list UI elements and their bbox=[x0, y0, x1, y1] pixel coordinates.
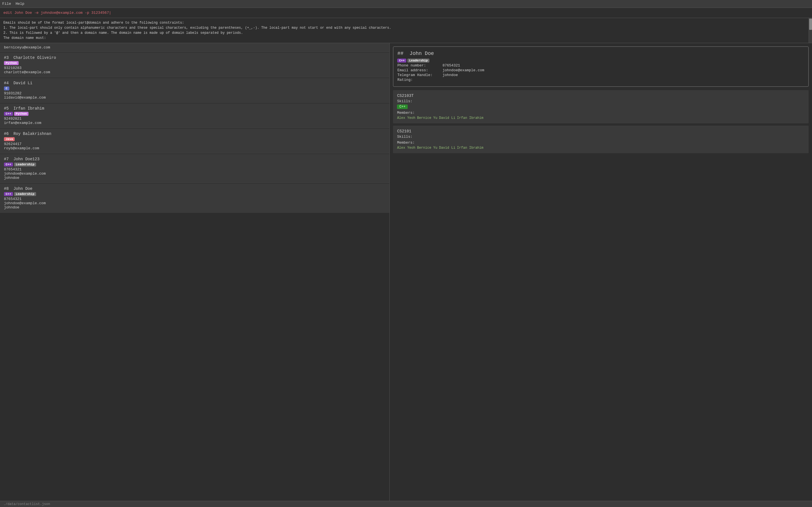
scrollbar-thumb bbox=[809, 18, 812, 30]
info-line-2: 1. The local-part should only contain al… bbox=[3, 25, 809, 31]
info-line-1: Emails should be of the format local-par… bbox=[3, 20, 809, 25]
contact-phone: 91031282 bbox=[4, 91, 386, 96]
member-bernice-yu-2[interactable]: Bernice Yu bbox=[417, 146, 437, 150]
command-bar: edit John Doe -e johndoe@example.com -p … bbox=[0, 8, 812, 18]
info-area: Emails should be of the format local-par… bbox=[0, 18, 812, 43]
rating-row: Rating: bbox=[397, 78, 804, 82]
member-david-li-2[interactable]: David Li bbox=[439, 146, 455, 150]
scrollbar[interactable] bbox=[809, 18, 812, 43]
contact-telegram: johndoe bbox=[4, 176, 386, 180]
contact-tags: C++ Leadership bbox=[4, 192, 386, 196]
person-card: ## John Doe C++ Leadership Phone number:… bbox=[393, 47, 809, 87]
contact-email: johndoe@example.com bbox=[4, 172, 386, 176]
course-members: Alex Yeoh Bernice Yu David Li Irfan Ibra… bbox=[397, 146, 805, 150]
email-row: Email address: johndoe@example.com bbox=[397, 68, 804, 72]
contact-email: royb@example.com bbox=[4, 146, 386, 151]
list-item[interactable]: #6 Roy Balakrishnan Java 92624417 royb@e… bbox=[0, 129, 389, 154]
contact-name: #7 John Doe123 bbox=[4, 157, 386, 161]
tag-python: Python bbox=[14, 112, 29, 116]
rating-label: Rating: bbox=[397, 78, 442, 82]
member-david-li[interactable]: David Li bbox=[439, 116, 455, 120]
list-item[interactable]: #3 Charlotte Oliveiro Python 93210283 ch… bbox=[0, 53, 389, 77]
person-id-hash: ## bbox=[397, 51, 403, 56]
course-skills: C++ bbox=[397, 105, 805, 109]
course-title: CS2103T bbox=[397, 94, 805, 98]
contact-email: charlotte@example.com bbox=[4, 70, 386, 74]
course-card-cs2101: CS2101 Skills: Members: Alex Yeoh Bernic… bbox=[393, 126, 809, 153]
contact-list: berniceyu@example.com #3 Charlotte Olive… bbox=[0, 43, 390, 501]
tag-java: Java bbox=[4, 137, 15, 141]
contact-email: berniceyu@example.com bbox=[4, 45, 386, 50]
status-bar: ./data/contactlist.json bbox=[0, 501, 812, 507]
course-skills-label: Skills: bbox=[397, 99, 805, 103]
contact-email: johndoe@example.com bbox=[4, 201, 386, 205]
skill-cpp: C++ bbox=[397, 105, 408, 109]
tag-leadership-detail: Leadership bbox=[407, 59, 429, 62]
member-irfan-ibrahim[interactable]: Irfan Ibrahim bbox=[457, 116, 484, 120]
list-item[interactable]: #5 Irfan Ibrahim C++ Python 92492021 irf… bbox=[0, 103, 389, 128]
tag-leadership: Leadership bbox=[14, 192, 36, 196]
info-line-4: The domain name must: bbox=[3, 36, 809, 41]
contact-name: #5 Irfan Ibrahim bbox=[4, 106, 386, 111]
contact-tags: Python bbox=[4, 61, 386, 65]
contact-phone: 87654321 bbox=[4, 167, 386, 172]
tag-cpp-detail: C++ bbox=[397, 59, 406, 62]
tag-python: Python bbox=[4, 61, 18, 65]
phone-value: 87654321 bbox=[442, 63, 460, 68]
status-path: ./data/contactlist.json bbox=[3, 502, 50, 506]
menu-file[interactable]: File bbox=[2, 2, 11, 6]
tag-c: C bbox=[4, 87, 9, 91]
course-members-label: Members: bbox=[397, 111, 805, 115]
email-label: Email address: bbox=[397, 68, 442, 72]
member-irfan-ibrahim-2[interactable]: Irfan Ibrahim bbox=[457, 146, 484, 150]
menu-bar: File Help bbox=[0, 0, 812, 8]
contact-tags: C bbox=[4, 87, 386, 91]
tag-cpp: C++ bbox=[4, 112, 13, 116]
telegram-row: Telegram Handle: johndoe bbox=[397, 73, 804, 77]
course-members: Alex Yeoh Bernice Yu David Li Irfan Ibra… bbox=[397, 116, 805, 120]
member-alex-yeoh-2[interactable]: Alex Yeoh bbox=[397, 146, 415, 150]
contact-name: #4 David Li bbox=[4, 81, 386, 86]
contact-email: lidavid@example.com bbox=[4, 96, 386, 100]
tag-cpp: C++ bbox=[4, 192, 13, 196]
member-alex-yeoh[interactable]: Alex Yeoh bbox=[397, 116, 415, 120]
command-input[interactable]: edit John Doe -e johndoe@example.com -p … bbox=[3, 11, 809, 15]
phone-row: Phone number: 87654321 bbox=[397, 63, 804, 68]
contact-tags: C++ Python bbox=[4, 112, 386, 116]
course-skills-label: Skills: bbox=[397, 135, 805, 139]
info-line-3: 2. This is followed by a '@' and then a … bbox=[3, 31, 809, 36]
contact-phone: 87654321 bbox=[4, 197, 386, 201]
contact-phone: 92492021 bbox=[4, 117, 386, 121]
contact-name: #6 Roy Balakrishnan bbox=[4, 131, 386, 136]
contact-phone: 93210283 bbox=[4, 66, 386, 70]
tag-leadership: Leadership bbox=[14, 163, 36, 166]
list-item[interactable]: #7 John Doe123 C++ Leadership 87654321 j… bbox=[0, 154, 389, 183]
contact-email: irfan@example.com bbox=[4, 121, 386, 125]
contact-tags: Java bbox=[4, 137, 386, 141]
list-item[interactable]: berniceyu@example.com bbox=[0, 43, 389, 52]
course-card-cs2103t: CS2103T Skills: C++ Members: Alex Yeoh B… bbox=[393, 90, 809, 123]
course-title: CS2101 bbox=[397, 129, 805, 133]
list-item[interactable]: #8 John Doe C++ Leadership 87654321 john… bbox=[0, 184, 389, 213]
contact-name: #3 Charlotte Oliveiro bbox=[4, 55, 386, 60]
contact-telegram: johndoe bbox=[4, 205, 386, 210]
contact-name: #8 John Doe bbox=[4, 186, 386, 191]
contact-phone: 92624417 bbox=[4, 142, 386, 146]
email-value: johndoe@example.com bbox=[442, 68, 484, 72]
member-bernice-yu[interactable]: Bernice Yu bbox=[417, 116, 437, 120]
contact-tags: C++ Leadership bbox=[4, 163, 386, 166]
main-content: berniceyu@example.com #3 Charlotte Olive… bbox=[0, 43, 812, 501]
phone-label: Phone number: bbox=[397, 63, 442, 68]
course-members-label: Members: bbox=[397, 140, 805, 145]
person-tags: C++ Leadership bbox=[397, 59, 804, 62]
person-title: ## John Doe bbox=[397, 51, 804, 56]
tag-cpp: C++ bbox=[4, 163, 13, 166]
telegram-value: johndoe bbox=[442, 73, 458, 77]
menu-help[interactable]: Help bbox=[15, 2, 24, 6]
detail-panel: ## John Doe C++ Leadership Phone number:… bbox=[390, 43, 812, 501]
list-item[interactable]: #4 David Li C 91031282 lidavid@example.c… bbox=[0, 78, 389, 103]
person-full-name: John Doe bbox=[410, 51, 434, 56]
telegram-label: Telegram Handle: bbox=[397, 73, 442, 77]
